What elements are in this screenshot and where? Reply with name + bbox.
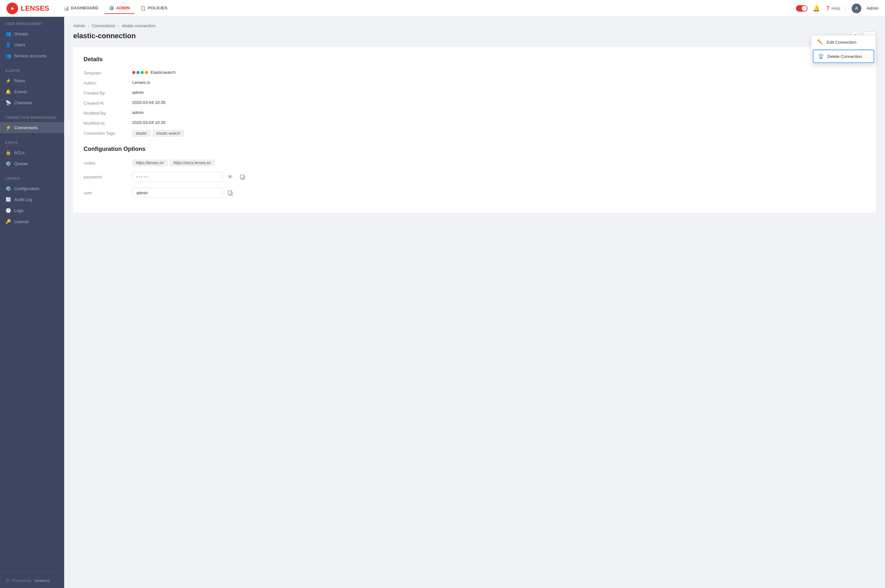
sidebar-item-rules[interactable]: ⚡ Rules bbox=[0, 75, 64, 86]
edit-connection-icon: ✏️ bbox=[817, 39, 823, 45]
elasticsearch-icon bbox=[132, 71, 148, 74]
breadcrumb-admin[interactable]: Admin bbox=[73, 23, 85, 28]
dot-red bbox=[132, 71, 135, 74]
sidebar-item-groups[interactable]: 👥 Groups bbox=[0, 28, 64, 39]
sidebar-section-lenses: LENSES ⚙️ Configuration 🔄 Audit Log 🕐 Lo… bbox=[0, 172, 64, 230]
nav-item-policies[interactable]: 📋 POLICIES bbox=[136, 3, 172, 14]
layout: USER MANAGEMENT 👥 Groups 👤 Users 👥 Servi… bbox=[0, 17, 885, 588]
toggle-switch[interactable] bbox=[796, 5, 808, 12]
nav-item-dashboard[interactable]: 📊 DASHBOARD bbox=[59, 3, 103, 14]
logo-text: LENSES bbox=[21, 4, 49, 13]
audit-log-icon: 🔄 bbox=[5, 197, 11, 202]
sidebar-footer: ⊙ Powered by: Lenses.io bbox=[0, 573, 64, 588]
sidebar-item-quotas[interactable]: ⚙️ Quotas bbox=[0, 158, 64, 169]
config-field-nodes: nodes: https://lenses.io/ https://docs.l… bbox=[84, 160, 865, 166]
nav-right: 🔔 ❓ Help | A Admin bbox=[796, 3, 879, 13]
dashboard-icon: 📊 bbox=[63, 6, 69, 10]
sidebar-section-title-kafka: KAFKA bbox=[0, 141, 64, 147]
quotas-icon: ⚙️ bbox=[5, 161, 11, 166]
user-input[interactable]: admin bbox=[132, 188, 223, 198]
connections-icon: ⚡ bbox=[5, 125, 11, 130]
detail-row-modified-at: Modified At: 2020-03-04 10:35 bbox=[84, 120, 865, 126]
tag-elastic-search: elastic-search bbox=[153, 130, 184, 136]
password-value: ••••• 👁 bbox=[132, 172, 248, 182]
config-field-user: user: admin bbox=[84, 188, 865, 198]
show-password-button[interactable]: 👁 bbox=[225, 172, 235, 182]
sidebar-section-title-alerts: ALERTS bbox=[0, 69, 64, 75]
svg-rect-3 bbox=[228, 191, 231, 194]
config-field-password: password: ••••• 👁 bbox=[84, 172, 865, 182]
help-button[interactable]: ❓ Help bbox=[825, 6, 840, 10]
detail-row-template: Template: Elasticsearch bbox=[84, 70, 865, 75]
sidebar-item-logs[interactable]: 🕐 Logs bbox=[0, 205, 64, 216]
connection-tags-value: elastic elastic-search bbox=[132, 130, 184, 136]
user-value: admin bbox=[132, 188, 235, 198]
detail-row-created-at: Created At: 2020-03-04 10:35 bbox=[84, 100, 865, 105]
events-icon: 🔔 bbox=[5, 89, 11, 94]
created-by-value: admin bbox=[132, 90, 144, 95]
sidebar-section-title-connection-mgmt: CONNECTION MANAGEMENT bbox=[0, 116, 64, 122]
sidebar-item-configuration[interactable]: ⚙️ Configuration bbox=[0, 183, 64, 194]
avatar: A bbox=[852, 3, 861, 13]
groups-icon: 👥 bbox=[5, 31, 11, 36]
breadcrumb-connections[interactable]: Connections bbox=[92, 23, 115, 28]
copy-password-button[interactable] bbox=[238, 172, 248, 182]
tag-elastic: elastic bbox=[132, 130, 150, 136]
sidebar-section-kafka: KAFKA 🔒 ACLs ⚙️ Quotas bbox=[0, 136, 64, 172]
password-label: password: bbox=[84, 174, 132, 179]
user-label: user: bbox=[84, 190, 132, 195]
nav-divider: | bbox=[846, 6, 847, 11]
acls-icon: 🔒 bbox=[5, 150, 11, 155]
channels-icon: 📡 bbox=[5, 100, 11, 105]
breadcrumb-sep-2: › bbox=[117, 23, 119, 28]
logo[interactable]: LENSES bbox=[6, 3, 49, 14]
node-tag-2: https://docs.lenses.io/ bbox=[170, 160, 215, 166]
svg-rect-1 bbox=[240, 175, 243, 178]
power-icon: ⊙ bbox=[5, 578, 9, 584]
created-at-label: Created At: bbox=[84, 100, 132, 105]
main-content: Admin › Connections › elastic-connection… bbox=[64, 17, 885, 588]
author-label: Author: bbox=[84, 80, 132, 86]
page-header: elastic-connection ? ... bbox=[73, 32, 876, 40]
detail-row-created-by: Created By: admin bbox=[84, 90, 865, 96]
nodes-label: nodes: bbox=[84, 160, 132, 165]
config-section-title: Configuration Options bbox=[84, 146, 865, 153]
dot-blue bbox=[137, 71, 140, 74]
admin-label[interactable]: Admin bbox=[867, 6, 879, 10]
author-value: Lenses.io bbox=[132, 80, 150, 85]
sidebar-item-license[interactable]: 🔑 License bbox=[0, 216, 64, 227]
password-input[interactable]: ••••• bbox=[132, 172, 223, 182]
node-tag-1: https://lenses.io/ bbox=[132, 160, 167, 166]
sidebar-item-service-accounts[interactable]: 👥 Service accounts bbox=[0, 50, 64, 61]
sidebar-item-users[interactable]: 👤 Users bbox=[0, 39, 64, 50]
detail-row-modified-by: Modified By: admin bbox=[84, 110, 865, 116]
sidebar-section-connection-mgmt: CONNECTION MANAGEMENT ⚡ Connections bbox=[0, 111, 64, 136]
modified-by-value: admin bbox=[132, 110, 144, 115]
nav-items: 📊 DASHBOARD ⚙️ ADMIN 📋 POLICIES bbox=[59, 3, 172, 14]
edit-connection-item[interactable]: ✏️ Edit Connection bbox=[811, 35, 876, 49]
breadcrumb-sep-1: › bbox=[88, 23, 89, 28]
dot-green bbox=[141, 71, 144, 74]
dropdown-menu: ✏️ Edit Connection 🗑️ Delete Connection bbox=[811, 35, 876, 64]
rules-icon: ⚡ bbox=[5, 78, 11, 83]
sidebar-section-user-mgmt: USER MANAGEMENT 👥 Groups 👤 Users 👥 Servi… bbox=[0, 17, 64, 64]
sidebar-item-audit-log[interactable]: 🔄 Audit Log bbox=[0, 194, 64, 205]
delete-connection-item[interactable]: 🗑️ Delete Connection bbox=[813, 50, 874, 63]
sidebar-item-events[interactable]: 🔔 Events bbox=[0, 86, 64, 97]
sidebar-item-channels[interactable]: 📡 Channels bbox=[0, 97, 64, 108]
help-circle-icon: ❓ bbox=[825, 6, 830, 10]
page-title: elastic-connection bbox=[73, 32, 136, 40]
nav-item-admin[interactable]: ⚙️ ADMIN bbox=[104, 3, 135, 14]
details-section-title: Details bbox=[84, 56, 865, 63]
sidebar-item-acls[interactable]: 🔒 ACLs bbox=[0, 147, 64, 158]
sidebar-item-connections[interactable]: ⚡ Connections bbox=[0, 122, 64, 133]
license-icon: 🔑 bbox=[5, 219, 11, 224]
nodes-value: https://lenses.io/ https://docs.lenses.i… bbox=[132, 160, 215, 166]
modified-at-value: 2020-03-04 10:35 bbox=[132, 120, 165, 125]
bell-icon[interactable]: 🔔 bbox=[813, 5, 820, 12]
copy-user-button[interactable] bbox=[225, 188, 235, 198]
details-card: Details Template: Elasticsearch Author: bbox=[73, 47, 876, 213]
users-icon: 👤 bbox=[5, 42, 11, 47]
configuration-icon: ⚙️ bbox=[5, 186, 11, 191]
lenses-io-link[interactable]: Lenses.io bbox=[35, 579, 50, 582]
